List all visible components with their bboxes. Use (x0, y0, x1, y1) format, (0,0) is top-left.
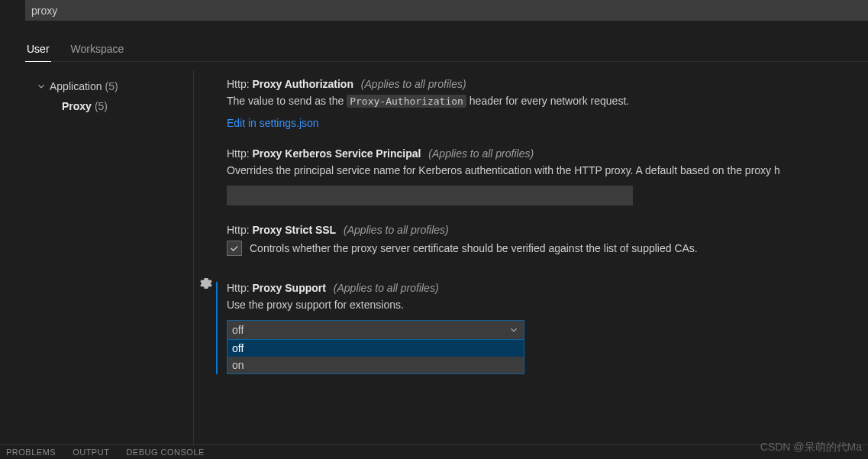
settings-tree: Application (5) Proxy (5) (27, 76, 179, 116)
setting-scope: (Applies to all profiles) (344, 224, 449, 236)
edit-in-settings-json-link[interactable]: Edit in settings.json (227, 117, 319, 129)
setting-proxy-strict-ssl: Http: Proxy Strict SSL (Applies to all p… (200, 215, 868, 265)
bottom-panel: Problems Output Debug Console (0, 444, 868, 459)
dropdown-button[interactable]: off (227, 320, 524, 340)
tab-workspace[interactable]: Workspace (69, 38, 126, 61)
setting-category: Http: (227, 147, 250, 160)
active-indicator (216, 282, 218, 374)
tree-item-proxy[interactable]: Proxy (5) (27, 96, 179, 116)
setting-scope: (Applies to all profiles) (428, 147, 534, 160)
desc-post: header for every network request. (469, 95, 629, 107)
panel-tab-problems[interactable]: Problems (6, 448, 56, 457)
setting-title: Http: Proxy Kerberos Service Principal (… (227, 147, 853, 160)
panel-tab-output[interactable]: Output (73, 448, 109, 457)
desc-pre: The value to send as the (227, 95, 347, 107)
chevron-down-icon (508, 325, 519, 335)
tree-group-count: (5) (105, 80, 118, 92)
divider (193, 70, 194, 459)
panel-tab-debug-console[interactable]: Debug Console (126, 448, 204, 457)
chevron-down-icon (36, 81, 47, 92)
setting-title: Http: Proxy Strict SSL (Applies to all p… (227, 224, 853, 236)
setting-title: Http: Proxy Support (Applies to all prof… (227, 282, 853, 294)
settings-content: Http: Proxy Authorization (Applies to al… (200, 69, 868, 435)
setting-proxy-support: Http: Proxy Support (Applies to all prof… (200, 265, 868, 383)
tab-user[interactable]: User (25, 38, 51, 62)
setting-name: Proxy Support (252, 282, 325, 294)
setting-name: Proxy Strict SSL (252, 224, 336, 236)
dropdown-option-off[interactable]: off (227, 340, 524, 357)
dropdown-list: off on (227, 340, 524, 374)
gear-icon[interactable] (200, 277, 212, 289)
tree-group-application[interactable]: Application (5) (27, 76, 179, 96)
dropdown-option-on[interactable]: on (227, 357, 524, 373)
scope-tabs: User Workspace (25, 38, 868, 62)
tree-item-label: Proxy (62, 100, 92, 112)
setting-scope: (Applies to all profiles) (334, 282, 439, 294)
setting-description: Overrides the principal service name for… (227, 163, 853, 178)
setting-scope: (Applies to all profiles) (361, 78, 466, 90)
proxy-support-dropdown: off off on (227, 320, 524, 374)
kerberos-principal-input[interactable] (227, 186, 633, 205)
setting-category: Http: (227, 78, 250, 90)
check-icon (229, 243, 240, 254)
setting-description: Controls whether the proxy server certif… (250, 241, 698, 256)
setting-proxy-authorization: Http: Proxy Authorization (Applies to al… (200, 69, 868, 138)
setting-category: Http: (227, 224, 250, 236)
setting-description: The value to send as the Proxy-Authoriza… (227, 93, 853, 109)
setting-proxy-kerberos: Http: Proxy Kerberos Service Principal (… (200, 138, 868, 215)
setting-name: Proxy Authorization (252, 78, 353, 90)
dropdown-value: off (232, 324, 244, 336)
code-chip: Proxy-Authorization (347, 95, 466, 108)
setting-description: Use the proxy support for extensions. (227, 297, 853, 312)
strict-ssl-checkbox[interactable] (227, 241, 242, 256)
setting-name: Proxy Kerberos Service Principal (252, 147, 421, 160)
tree-group-label: Application (50, 80, 102, 92)
setting-category: Http: (227, 282, 250, 294)
tree-item-count: (5) (95, 100, 108, 112)
checkbox-row: Controls whether the proxy server certif… (227, 241, 853, 256)
setting-title: Http: Proxy Authorization (Applies to al… (227, 78, 853, 90)
settings-search-input[interactable]: proxy (25, 0, 868, 21)
